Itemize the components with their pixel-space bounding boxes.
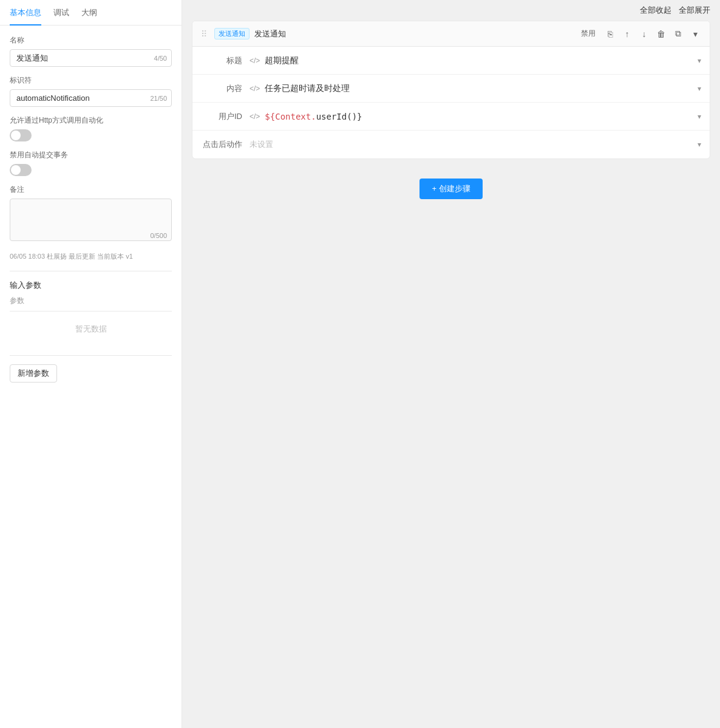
params-section: 输入参数 参数 暂无数据: [10, 280, 172, 347]
right-panel: 全部收起 全部展开 ⠿ 发送通知 发送通知 禁用 ⎘ ↑ ↓ 🗑 ⧉ ▾: [182, 0, 720, 728]
copy-doc-icon[interactable]: ⎘: [604, 28, 616, 40]
tab-outline[interactable]: 大纲: [81, 0, 97, 26]
add-param-wrapper: 新增参数: [10, 364, 172, 383]
name-field-section: 名称 4/50: [10, 35, 172, 67]
tab-basic[interactable]: 基本信息: [10, 0, 41, 26]
code-icon-userid[interactable]: </>: [250, 112, 260, 121]
expand-icon-action[interactable]: ▾: [698, 140, 701, 149]
http-label: 允许通过Http方式调用自动化: [10, 115, 172, 126]
title-text: 超期提醒: [265, 55, 299, 66]
step-field-action: 点击后动作 未设置 ▾: [192, 131, 710, 158]
userid-value: </> ${Context.userId()} ▾: [250, 112, 701, 121]
content-value: </> 任务已超时请及时处理 ▾: [250, 83, 701, 94]
title-value: </> 超期提醒 ▾: [250, 55, 701, 66]
content-text: 任务已超时请及时处理: [265, 83, 350, 94]
code-icon-content[interactable]: </>: [250, 84, 260, 93]
step-title: 发送通知: [254, 29, 572, 39]
expand-icon-userid[interactable]: ▾: [698, 112, 701, 121]
meta-info: 06/05 18:03 杜展扬 最后更新 当前版本 v1: [10, 251, 172, 262]
auto-submit-label: 禁用自动提交事务: [10, 150, 172, 160]
panel-content: 名称 4/50 标识符 21/50 允许通过Http方式调用自动化 禁用自动提交…: [0, 26, 182, 392]
action-placeholder: 未设置: [250, 139, 273, 150]
notes-field-section: 备注 0/500: [10, 185, 172, 243]
step-field-content: 内容 </> 任务已超时请及时处理 ▾: [192, 75, 710, 103]
step-field-userid: 用户ID </> ${Context.userId()} ▾: [192, 103, 710, 131]
params-title: 输入参数: [10, 280, 172, 291]
userid-label: 用户ID: [201, 111, 250, 122]
auto-submit-toggle[interactable]: [10, 164, 32, 176]
step-tag: 发送通知: [214, 28, 250, 39]
create-step-area: + 创建步骤: [192, 166, 710, 211]
identifier-input-wrapper: 21/50: [10, 89, 172, 107]
add-param-button[interactable]: 新增参数: [10, 364, 57, 383]
step-card: ⠿ 发送通知 发送通知 禁用 ⎘ ↑ ↓ 🗑 ⧉ ▾ 标题: [192, 21, 710, 159]
disable-btn[interactable]: 禁用: [577, 27, 599, 40]
right-content: ⠿ 发送通知 发送通知 禁用 ⎘ ↑ ↓ 🗑 ⧉ ▾ 标题: [182, 21, 720, 728]
step-actions: 禁用 ⎘ ↑ ↓ 🗑 ⧉ ▾: [577, 27, 701, 40]
identifier-char-count: 21/50: [150, 95, 167, 102]
params-empty-text: 暂无数据: [10, 311, 172, 347]
notes-label: 备注: [10, 185, 172, 195]
move-down-icon[interactable]: ↓: [638, 28, 650, 40]
expand-icon-content[interactable]: ▾: [698, 84, 701, 93]
duplicate-icon[interactable]: ⧉: [672, 28, 684, 40]
name-input[interactable]: [10, 49, 172, 67]
more-icon[interactable]: ▾: [689, 28, 701, 40]
divider-2: [10, 355, 172, 356]
name-label: 名称: [10, 35, 172, 46]
param-col-header: 参数: [10, 296, 24, 306]
left-panel: 基本信息 调试 大纲 名称 4/50 标识符 21/50 允许通过Http方式调…: [0, 0, 182, 728]
step-field-title: 标题 </> 超期提醒 ▾: [192, 47, 710, 75]
auto-submit-section: 禁用自动提交事务: [10, 150, 172, 176]
step-card-header: ⠿ 发送通知 发送通知 禁用 ⎘ ↑ ↓ 🗑 ⧉ ▾: [192, 21, 710, 47]
notes-char-count: 0/500: [150, 232, 167, 239]
identifier-field-section: 标识符 21/50: [10, 75, 172, 107]
notes-textarea[interactable]: [10, 199, 172, 241]
drag-handle-icon[interactable]: ⠿: [201, 29, 207, 39]
name-input-wrapper: 4/50: [10, 49, 172, 67]
step-card-body: 标题 </> 超期提醒 ▾ 内容 </> 任务已超时请及时处理 ▾: [192, 47, 710, 158]
create-step-button[interactable]: + 创建步骤: [419, 179, 482, 199]
delete-icon[interactable]: 🗑: [655, 28, 667, 40]
http-toggle[interactable]: [10, 129, 32, 141]
content-label: 内容: [201, 83, 250, 94]
tabs-header: 基本信息 调试 大纲: [0, 0, 182, 26]
expand-all-btn[interactable]: 全部展开: [679, 5, 710, 16]
action-value: 未设置 ▾: [250, 139, 701, 150]
params-header: 参数: [10, 296, 172, 311]
code-icon-title[interactable]: </>: [250, 56, 260, 65]
action-label: 点击后动作: [201, 139, 250, 150]
divider-1: [10, 271, 172, 271]
collapse-all-btn[interactable]: 全部收起: [640, 5, 671, 16]
name-char-count: 4/50: [154, 55, 167, 62]
move-up-icon[interactable]: ↑: [621, 28, 633, 40]
http-toggle-section: 允许通过Http方式调用自动化: [10, 115, 172, 141]
right-toolbar: 全部收起 全部展开: [182, 0, 720, 21]
title-label: 标题: [201, 55, 250, 66]
identifier-input[interactable]: [10, 89, 172, 107]
tab-debug[interactable]: 调试: [53, 0, 69, 26]
userid-code: ${Context.userId()}: [265, 112, 362, 121]
identifier-label: 标识符: [10, 75, 172, 86]
expand-icon-title[interactable]: ▾: [698, 56, 701, 65]
notes-textarea-wrapper: 0/500: [10, 199, 172, 243]
